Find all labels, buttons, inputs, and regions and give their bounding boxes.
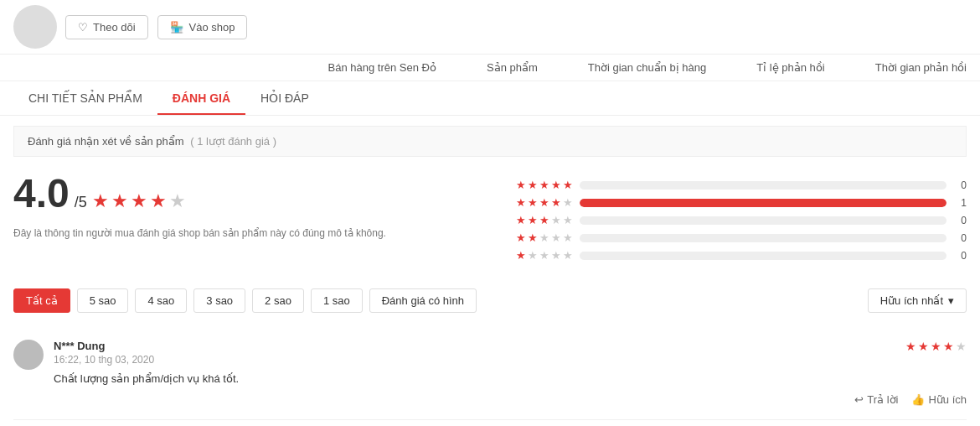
review-content: N*** Dung 16:22, 10 thg 03, 2020 ★ ★ ★ ★… xyxy=(54,340,967,406)
bar-row-2: ★ ★ ★ ★ ★ 0 xyxy=(516,231,967,244)
rating-header-sub: ( 1 lượt đánh giá ) xyxy=(190,135,276,148)
review-text: Chất lượng sản phẩm/dịch vụ khá tốt. xyxy=(54,372,967,385)
review-star-4: ★ xyxy=(943,340,954,353)
theo-doi-button[interactable]: ♡ Theo dõi xyxy=(65,15,148,39)
rating-bars: ★ ★ ★ ★ ★ 0 ★ ★ ★ ★ ★ 1 ★ ★ xyxy=(516,170,967,262)
review-star-2: ★ xyxy=(918,340,929,353)
helpful-label: Hữu ích xyxy=(928,393,967,406)
theo-doi-label: Theo dõi xyxy=(93,21,136,34)
review-item: N*** Dung 16:22, 10 thg 03, 2020 ★ ★ ★ ★… xyxy=(13,326,967,420)
chevron-down-icon: ▾ xyxy=(948,294,954,307)
rating-header-text: Đánh giá nhận xét về sản phẩm xyxy=(28,135,184,148)
filter-row: Tất cả 5 sao 4 sao 3 sao 2 sao 1 sao Đán… xyxy=(13,288,967,313)
filter-2sao[interactable]: 2 sao xyxy=(252,288,304,313)
review-section: N*** Dung 16:22, 10 thg 03, 2020 ★ ★ ★ ★… xyxy=(0,326,980,420)
filter-5sao[interactable]: 5 sao xyxy=(77,288,129,313)
reviewer-avatar xyxy=(13,340,44,370)
filter-3sao[interactable]: 3 sao xyxy=(193,288,245,313)
review-star-5: ★ xyxy=(956,340,967,353)
star-2: ★ xyxy=(111,190,128,212)
bar-row-4: ★ ★ ★ ★ ★ 1 xyxy=(516,196,967,209)
filter-1sao[interactable]: 1 sao xyxy=(311,288,363,313)
bar-stars-2: ★ ★ ★ ★ ★ xyxy=(516,231,573,244)
bar-stars-5: ★ ★ ★ ★ ★ xyxy=(516,179,573,191)
tab-hoi-dap[interactable]: HỎI ĐÁP xyxy=(245,81,324,115)
bar-count-5: 0 xyxy=(953,179,967,191)
reply-link[interactable]: ↩ Trả lời xyxy=(854,393,898,406)
bar-track-2 xyxy=(580,234,946,242)
review-star-1: ★ xyxy=(905,340,916,353)
reply-label: Trả lời xyxy=(867,393,898,406)
reviewer-name: N*** Dung xyxy=(54,340,154,352)
nav-thoi-gian-chuan-bi: Thời gian chuẩn bị hàng xyxy=(588,61,706,74)
bar-track-1 xyxy=(580,252,946,260)
bar-stars-4: ★ ★ ★ ★ ★ xyxy=(516,196,573,209)
bar-row-5: ★ ★ ★ ★ ★ 0 xyxy=(516,179,967,191)
nav-thoi-gian-phan-hoi: Thời gian phản hồi xyxy=(875,61,967,74)
rating-left: 4.0 /5 ★ ★ ★ ★ ★ Đây là thông tin người … xyxy=(13,170,516,262)
bar-track-4 xyxy=(580,199,946,207)
tab-danh-gia[interactable]: ĐÁNH GIÁ xyxy=(157,81,245,115)
bar-count-3: 0 xyxy=(953,215,967,226)
shop-avatar xyxy=(13,5,57,49)
big-score: 4.0 /5 ★ ★ ★ ★ ★ xyxy=(13,170,499,219)
reply-icon: ↩ xyxy=(854,393,864,406)
tab-chi-tiet[interactable]: CHI TIẾT SẢN PHẨM xyxy=(13,81,157,115)
tabs-bar: CHI TIẾT SẢN PHẨM ĐÁNH GIÁ HỎI ĐÁP xyxy=(0,81,980,116)
rating-body: 4.0 /5 ★ ★ ★ ★ ★ Đây là thông tin người … xyxy=(0,157,980,275)
sort-button[interactable]: Hữu ích nhất ▾ xyxy=(868,288,967,313)
rating-header: Đánh giá nhận xét về sản phẩm ( 1 lượt đ… xyxy=(13,126,967,157)
review-star-3: ★ xyxy=(931,340,941,353)
bar-track-5 xyxy=(580,181,946,190)
star-3: ★ xyxy=(131,190,147,212)
thumbs-up-icon: 👍 xyxy=(911,393,925,406)
bar-row-3: ★ ★ ★ ★ ★ 0 xyxy=(516,214,967,226)
star-5: ★ xyxy=(169,190,186,212)
bar-stars-3: ★ ★ ★ ★ ★ xyxy=(516,214,573,226)
bar-count-1: 0 xyxy=(953,250,967,262)
star-4: ★ xyxy=(150,190,167,212)
top-bar: ♡ Theo dõi 🏪 Vào shop xyxy=(0,0,980,55)
shop-name-area: ♡ Theo dõi 🏪 Vào shop xyxy=(65,15,247,39)
bar-track-3 xyxy=(580,216,946,225)
review-actions: ↩ Trả lời 👍 Hữu ích xyxy=(54,393,967,406)
rating-desc: Đây là thông tin người mua đánh giá shop… xyxy=(13,227,499,239)
bar-count-4: 1 xyxy=(953,197,967,209)
nav-ban-hang: Bán hàng trên Sen Đỏ xyxy=(328,61,436,74)
bar-count-2: 0 xyxy=(953,232,967,244)
sort-label: Hữu ích nhất xyxy=(880,294,943,307)
filter-4sao[interactable]: 4 sao xyxy=(135,288,187,313)
filter-co-hinh[interactable]: Đánh giá có hình xyxy=(369,288,477,313)
score-stars-row: ★ ★ ★ ★ ★ xyxy=(92,190,186,212)
nav-ti-le-phan-hoi: Tỉ lệ phản hồi xyxy=(756,61,824,74)
bar-row-1: ★ ★ ★ ★ ★ 0 xyxy=(516,249,967,262)
score-number: 4.0 xyxy=(13,170,70,216)
vao-shop-label: Vào shop xyxy=(188,21,235,34)
helpful-link[interactable]: 👍 Hữu ích xyxy=(911,393,967,406)
heart-icon: ♡ xyxy=(78,21,88,34)
review-stars: ★ ★ ★ ★ ★ xyxy=(905,340,967,353)
review-date: 16:22, 10 thg 03, 2020 xyxy=(54,354,154,366)
score-out-of: /5 xyxy=(75,194,87,211)
shop-icon: 🏪 xyxy=(170,21,183,34)
filter-all[interactable]: Tất cả xyxy=(13,288,70,313)
star-1: ★ xyxy=(92,190,109,212)
vao-shop-button[interactable]: 🏪 Vào shop xyxy=(157,15,247,39)
nav-san-pham: Sản phẩm xyxy=(487,61,538,74)
bar-stars-1: ★ ★ ★ ★ ★ xyxy=(516,249,573,262)
